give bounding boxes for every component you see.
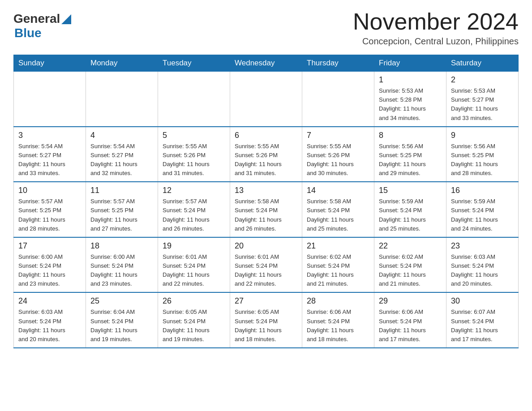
calendar-cell: 24Sunrise: 6:03 AM Sunset: 5:24 PM Dayli…	[14, 292, 86, 348]
day-number: 4	[90, 131, 153, 140]
calendar-header: SundayMondayTuesdayWednesdayThursdayFrid…	[14, 55, 519, 72]
day-info: Sunrise: 6:06 AM Sunset: 5:24 PM Dayligh…	[379, 308, 442, 344]
title-section: November 2024 Concepcion, Central Luzon,…	[353, 9, 519, 47]
day-info: Sunrise: 5:54 AM Sunset: 5:27 PM Dayligh…	[90, 142, 153, 178]
day-number: 6	[235, 131, 297, 140]
day-number: 15	[379, 186, 442, 195]
calendar-cell: 15Sunrise: 5:59 AM Sunset: 5:24 PM Dayli…	[374, 182, 446, 237]
day-info: Sunrise: 5:53 AM Sunset: 5:28 PM Dayligh…	[379, 86, 442, 123]
day-info: Sunrise: 6:04 AM Sunset: 5:24 PM Dayligh…	[90, 308, 153, 344]
calendar-cell: 1Sunrise: 5:53 AM Sunset: 5:28 PM Daylig…	[374, 72, 446, 127]
calendar-cell: 10Sunrise: 5:57 AM Sunset: 5:25 PM Dayli…	[14, 182, 86, 237]
calendar-cell: 6Sunrise: 5:55 AM Sunset: 5:26 PM Daylig…	[230, 127, 302, 182]
days-of-week-row: SundayMondayTuesdayWednesdayThursdayFrid…	[14, 55, 519, 72]
calendar-cell: 14Sunrise: 5:58 AM Sunset: 5:24 PM Dayli…	[302, 182, 374, 237]
day-number: 18	[90, 241, 153, 251]
day-info: Sunrise: 6:07 AM Sunset: 5:24 PM Dayligh…	[451, 308, 514, 344]
day-info: Sunrise: 5:54 AM Sunset: 5:27 PM Dayligh…	[18, 142, 81, 178]
calendar-table: SundayMondayTuesdayWednesdayThursdayFrid…	[13, 55, 519, 348]
day-info: Sunrise: 5:55 AM Sunset: 5:26 PM Dayligh…	[163, 142, 225, 178]
day-info: Sunrise: 5:55 AM Sunset: 5:26 PM Dayligh…	[235, 142, 297, 178]
day-number: 8	[379, 131, 442, 140]
calendar-cell: 17Sunrise: 6:00 AM Sunset: 5:24 PM Dayli…	[14, 237, 86, 293]
day-of-week-wednesday: Wednesday	[230, 55, 302, 72]
calendar-cell	[86, 72, 158, 127]
calendar-cell: 30Sunrise: 6:07 AM Sunset: 5:24 PM Dayli…	[446, 292, 519, 348]
day-number: 1	[379, 75, 442, 85]
page-header: General Blue November 2024 Concepcion, C…	[13, 9, 519, 47]
day-info: Sunrise: 6:01 AM Sunset: 5:24 PM Dayligh…	[235, 253, 297, 289]
day-info: Sunrise: 5:56 AM Sunset: 5:25 PM Dayligh…	[379, 142, 442, 178]
day-info: Sunrise: 6:00 AM Sunset: 5:24 PM Dayligh…	[90, 253, 153, 289]
day-info: Sunrise: 5:57 AM Sunset: 5:24 PM Dayligh…	[163, 197, 225, 233]
day-number: 28	[307, 296, 369, 306]
day-number: 30	[451, 296, 514, 306]
day-info: Sunrise: 5:58 AM Sunset: 5:24 PM Dayligh…	[235, 197, 297, 233]
logo-text-blue: Blue	[14, 26, 42, 40]
logo-text-general: General	[13, 12, 60, 26]
day-info: Sunrise: 5:59 AM Sunset: 5:24 PM Dayligh…	[379, 197, 442, 233]
calendar-cell: 21Sunrise: 6:02 AM Sunset: 5:24 PM Dayli…	[302, 237, 374, 293]
calendar-cell: 25Sunrise: 6:04 AM Sunset: 5:24 PM Dayli…	[86, 292, 158, 348]
calendar-cell	[302, 72, 374, 127]
calendar-cell	[14, 72, 86, 127]
calendar-cell: 11Sunrise: 5:57 AM Sunset: 5:25 PM Dayli…	[86, 182, 158, 237]
calendar-cell: 28Sunrise: 6:06 AM Sunset: 5:24 PM Dayli…	[302, 292, 374, 348]
day-number: 26	[163, 296, 225, 306]
calendar-cell: 18Sunrise: 6:00 AM Sunset: 5:24 PM Dayli…	[86, 237, 158, 293]
week-row-4: 17Sunrise: 6:00 AM Sunset: 5:24 PM Dayli…	[14, 237, 519, 293]
day-info: Sunrise: 6:03 AM Sunset: 5:24 PM Dayligh…	[18, 308, 81, 344]
calendar-cell: 27Sunrise: 6:05 AM Sunset: 5:24 PM Dayli…	[230, 292, 302, 348]
calendar-cell: 19Sunrise: 6:01 AM Sunset: 5:24 PM Dayli…	[158, 237, 230, 293]
day-number: 13	[235, 186, 297, 195]
calendar-cell: 22Sunrise: 6:02 AM Sunset: 5:24 PM Dayli…	[374, 237, 446, 293]
week-row-3: 10Sunrise: 5:57 AM Sunset: 5:25 PM Dayli…	[14, 182, 519, 237]
day-info: Sunrise: 6:06 AM Sunset: 5:24 PM Dayligh…	[307, 308, 369, 344]
calendar-cell: 13Sunrise: 5:58 AM Sunset: 5:24 PM Dayli…	[230, 182, 302, 237]
day-number: 21	[307, 241, 369, 251]
calendar-cell: 23Sunrise: 6:03 AM Sunset: 5:24 PM Dayli…	[446, 237, 519, 293]
week-row-2: 3Sunrise: 5:54 AM Sunset: 5:27 PM Daylig…	[14, 127, 519, 182]
day-number: 20	[235, 241, 297, 251]
logo-triangle-icon	[61, 14, 71, 24]
calendar-cell: 16Sunrise: 5:59 AM Sunset: 5:24 PM Dayli…	[446, 182, 519, 237]
day-info: Sunrise: 5:57 AM Sunset: 5:25 PM Dayligh…	[90, 197, 153, 233]
day-info: Sunrise: 5:55 AM Sunset: 5:26 PM Dayligh…	[307, 142, 369, 178]
day-info: Sunrise: 6:01 AM Sunset: 5:24 PM Dayligh…	[163, 253, 225, 289]
day-info: Sunrise: 6:02 AM Sunset: 5:24 PM Dayligh…	[379, 253, 442, 289]
day-number: 22	[379, 241, 442, 251]
calendar-cell: 7Sunrise: 5:55 AM Sunset: 5:26 PM Daylig…	[302, 127, 374, 182]
day-number: 10	[18, 186, 81, 195]
day-info: Sunrise: 5:59 AM Sunset: 5:24 PM Dayligh…	[451, 197, 514, 233]
day-number: 17	[18, 241, 81, 251]
day-info: Sunrise: 6:05 AM Sunset: 5:24 PM Dayligh…	[235, 308, 297, 344]
calendar-cell: 5Sunrise: 5:55 AM Sunset: 5:26 PM Daylig…	[158, 127, 230, 182]
day-number: 16	[451, 186, 514, 195]
day-number: 19	[163, 241, 225, 251]
day-of-week-friday: Friday	[374, 55, 446, 72]
day-number: 12	[163, 186, 225, 195]
calendar-cell: 29Sunrise: 6:06 AM Sunset: 5:24 PM Dayli…	[374, 292, 446, 348]
day-number: 11	[90, 186, 153, 195]
calendar-cell: 3Sunrise: 5:54 AM Sunset: 5:27 PM Daylig…	[14, 127, 86, 182]
week-row-1: 1Sunrise: 5:53 AM Sunset: 5:28 PM Daylig…	[14, 72, 519, 127]
day-number: 25	[90, 296, 153, 306]
day-info: Sunrise: 5:58 AM Sunset: 5:24 PM Dayligh…	[307, 197, 369, 233]
day-info: Sunrise: 6:03 AM Sunset: 5:24 PM Dayligh…	[451, 253, 514, 289]
day-info: Sunrise: 5:57 AM Sunset: 5:25 PM Dayligh…	[18, 197, 81, 233]
day-number: 14	[307, 186, 369, 195]
day-number: 9	[451, 131, 514, 140]
month-title: November 2024	[353, 9, 519, 34]
day-info: Sunrise: 6:02 AM Sunset: 5:24 PM Dayligh…	[307, 253, 369, 289]
day-of-week-thursday: Thursday	[302, 55, 374, 72]
calendar-cell: 4Sunrise: 5:54 AM Sunset: 5:27 PM Daylig…	[86, 127, 158, 182]
calendar-body: 1Sunrise: 5:53 AM Sunset: 5:28 PM Daylig…	[14, 72, 519, 348]
location-title: Concepcion, Central Luzon, Philippines	[353, 36, 519, 47]
calendar-cell: 26Sunrise: 6:05 AM Sunset: 5:24 PM Dayli…	[158, 292, 230, 348]
day-info: Sunrise: 5:56 AM Sunset: 5:25 PM Dayligh…	[451, 142, 514, 178]
calendar-cell: 20Sunrise: 6:01 AM Sunset: 5:24 PM Dayli…	[230, 237, 302, 293]
day-number: 29	[379, 296, 442, 306]
calendar-cell	[230, 72, 302, 127]
day-number: 7	[307, 131, 369, 140]
calendar-cell: 9Sunrise: 5:56 AM Sunset: 5:25 PM Daylig…	[446, 127, 519, 182]
